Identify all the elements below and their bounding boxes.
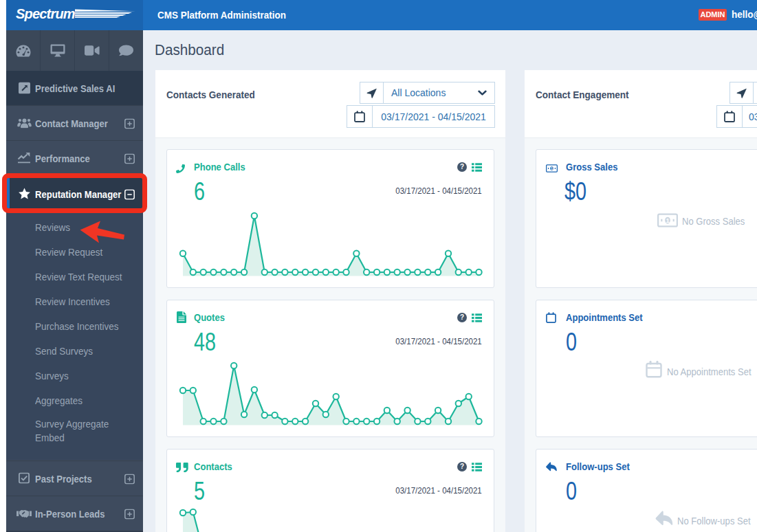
svg-text:?: ? (460, 163, 464, 170)
svg-text:Spectrum: Spectrum (16, 6, 75, 21)
svg-text:1: 1 (666, 217, 669, 224)
svg-text:?: ? (460, 463, 464, 470)
svg-text:?: ? (460, 313, 464, 321)
svg-text:1: 1 (551, 166, 553, 170)
